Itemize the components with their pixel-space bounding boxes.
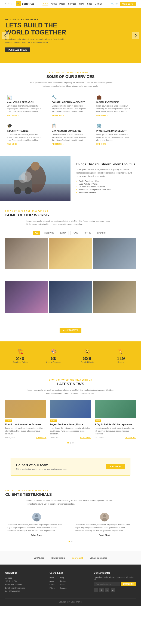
work-item-6[interactable] (93, 281, 136, 324)
testimonial-dot-1[interactable] (69, 541, 70, 542)
news-desc-2: Lorem ipsum dolor sit amet, consectetur … (50, 427, 91, 435)
service-item-construction: 🔧 CONSTRUCTION MANAGEMENT Lorem ipsum do… (50, 93, 91, 118)
footer-social-instagram[interactable]: in (105, 588, 109, 592)
nav-services[interactable]: Services (68, 3, 76, 5)
testimonial-card-1: Lorem ipsum dolor sit amet, consectetur … (5, 511, 68, 538)
service-link-digital[interactable]: FIND MORE → (96, 114, 134, 116)
stat-number-clients: 828 (72, 356, 102, 361)
work-item-1[interactable] (5, 238, 48, 280)
about-content: Things That You should know About us Lor… (71, 156, 141, 201)
service-title-programme: PROGRAMME MANAGEMENT (96, 130, 134, 132)
news-readmore-3[interactable]: READ MORE (125, 437, 136, 439)
filter-flats[interactable]: FLATS (71, 231, 80, 235)
footer-social-twitter[interactable]: t (99, 588, 104, 592)
news-dot-1[interactable] (67, 442, 69, 444)
service-icon-management: 📋 (52, 124, 89, 128)
work-item-3[interactable] (93, 238, 136, 280)
service-item-management: 📋 MANAGEMENT CONSULTING Lorem ipsum dolo… (50, 122, 91, 147)
nav-about[interactable]: About (51, 3, 56, 5)
testimonial-dot-2[interactable] (71, 541, 72, 542)
service-icon-programme: ⚙️ (96, 124, 134, 128)
subscribe-button[interactable]: SUBSCRIBE (121, 582, 136, 586)
filter-buildings[interactable]: BUILDINGS (42, 231, 56, 235)
work-item-2[interactable] (49, 238, 92, 280)
hero-tag: WE WORK FOR YOUR DREAM (5, 18, 76, 20)
news-dot-2[interactable] (70, 442, 71, 444)
filter-sponsor[interactable]: SPONSOR (95, 231, 108, 235)
svg-point-10 (35, 514, 38, 518)
news-card-1: News Rosario Urrutia named as Business. … (5, 400, 46, 439)
team-cta-section: Be part of our team This is one line tha… (11, 458, 130, 476)
footer-link-pricing[interactable]: Pricing (50, 587, 55, 589)
footer-social-facebook[interactable]: f (94, 588, 98, 592)
nav-contact[interactable]: Contact (95, 3, 102, 5)
filter-office[interactable]: OFFICE (82, 231, 93, 235)
news-grid: News Rosario Urrutia named as Business. … (5, 400, 136, 439)
svg-point-5 (14, 187, 21, 194)
testimonial-card-2: Lorem ipsum dolor sit amet, consectetur … (73, 511, 136, 538)
news-readmore-2[interactable]: READ MORE (80, 437, 91, 439)
service-icon-training: 🎓 (7, 124, 45, 128)
search-icon[interactable]: 🔍 (111, 3, 114, 5)
service-link-programme[interactable]: FIND MORE → (96, 143, 134, 145)
hero-cta-button[interactable]: PURCHASE THEME (5, 48, 30, 52)
service-link-construction[interactable]: FIND MORE → (52, 114, 89, 116)
footer-link-contact[interactable]: Contact (60, 580, 66, 582)
hero-content: WE WORK FOR YOUR DREAM LETS BUILD THEWOR… (5, 18, 76, 52)
all-projects-button[interactable]: ALL PROJECTS (60, 328, 81, 333)
svg-point-11 (34, 518, 39, 522)
team-cta-text: Be part of our team This is one line tha… (16, 463, 67, 470)
hero-next-button[interactable]: ❯ (132, 32, 139, 39)
footer-contact: Contact us Address: 123 Road, City Phone… (5, 572, 44, 593)
news-readmore-1[interactable]: READ MORE (36, 437, 46, 439)
nav-news[interactable]: News (79, 3, 84, 5)
site-logo[interactable]: 🔨 construx (16, 2, 34, 6)
filter-all[interactable]: ALL (33, 231, 40, 235)
work-item-5[interactable] (49, 281, 92, 324)
service-link-training[interactable]: FIND MORE → (7, 143, 45, 145)
footer-link-blog[interactable]: Blog (60, 577, 64, 578)
stat-label-templates: Creative Templates (39, 361, 69, 363)
footer-link-home[interactable]: Home (50, 577, 54, 578)
footer-link-clients[interactable]: Clients (50, 584, 55, 586)
stat-icon-clients: 😊 (72, 348, 102, 354)
works-title: SOME OF OUR WORKS (5, 213, 136, 217)
newsletter-email-input[interactable] (94, 582, 120, 586)
partner-wpml: WPML.org (34, 556, 44, 559)
footer-link-about[interactable]: About (50, 580, 54, 582)
news-dot-3[interactable] (72, 442, 74, 444)
footer-link-services[interactable]: Services (60, 587, 67, 589)
cart-icon[interactable]: 🛒 (115, 3, 118, 5)
news-date-1: Feb 12, 2017 (5, 437, 15, 439)
service-link-analytics[interactable]: FIND MORE → (7, 114, 45, 116)
nav-shop[interactable]: Shop (87, 3, 92, 5)
stat-label-clients: Satisfied Clients (72, 361, 102, 363)
service-link-management[interactable]: FIND MORE → (52, 143, 89, 145)
hero-prev-button[interactable]: ❮ (2, 32, 9, 39)
footer-link-career[interactable]: Career (60, 584, 66, 586)
about-title: Things That You should know About us (76, 162, 136, 166)
nav-home[interactable]: Home (43, 2, 48, 6)
services-grid: 📊 ANALYTICS & RESEARCH Lorem ipsum dolor… (5, 93, 136, 147)
footer-social-google[interactable]: g+ (111, 588, 115, 592)
apply-button[interactable]: APPLY NOW (106, 464, 125, 470)
team-cta-description: This is one line that has been reserved … (16, 468, 67, 470)
footer-grid: Contact us Address: 123 Road, City Phone… (5, 572, 136, 593)
works-subtitle: STAY MOTIVATED AND STAY WITH US (5, 210, 136, 212)
partners-section: WPML.org Status Group SeoRocket Visual C… (0, 551, 141, 564)
nav-pages[interactable]: Pages (59, 3, 65, 5)
works-grid (5, 238, 136, 324)
social-facebook[interactable]: f (5, 3, 6, 5)
service-desc-programme: Lorem ipsum dolor sit amet, consectetur … (96, 133, 134, 142)
site-name: construx (22, 2, 34, 6)
news-title-3: A Day in the Life of Chloe Laperreaux (95, 423, 136, 426)
news-card-3: News A Day in the Life of Chloe Laperrea… (95, 400, 136, 439)
social-google[interactable]: g+ (11, 3, 12, 5)
filter-family[interactable]: FAMILY (58, 231, 69, 235)
about-list-item-4: Professional Developers with Great Skill… (76, 189, 136, 190)
quote-button[interactable]: Get a Quote (120, 2, 136, 6)
social-linkedin[interactable]: in (8, 3, 10, 5)
works-section: STAY MOTIVATED AND STAY WITH US SOME OF … (0, 201, 141, 342)
social-twitter[interactable]: t (7, 3, 8, 5)
work-item-4[interactable] (5, 281, 48, 324)
